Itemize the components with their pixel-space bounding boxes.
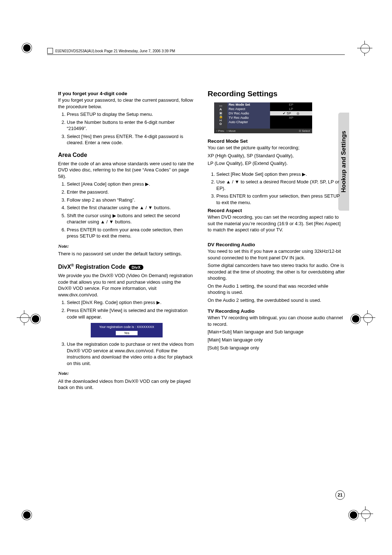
menu-item-label: Rec Mode Set <box>227 102 270 107</box>
recording-settings-title: Recording Settings <box>208 89 345 98</box>
rms-line: LP (Low Quality), EP (Extend Quality). <box>208 160 345 167</box>
list-item: Use the registration code to purchase or… <box>67 341 195 366</box>
tv-rec-audio-p: [Sub] Sub language only <box>208 345 345 351</box>
crop-mark <box>362 312 373 323</box>
tv-rec-audio-p: [Main+Sub] Main language and Sub languag… <box>208 329 345 335</box>
menu-icon: ✿ <box>216 122 226 126</box>
crop-mark <box>22 43 32 53</box>
menu-value: LP <box>270 107 312 111</box>
divx-steps-cont: Use the registration code to purchase or… <box>58 341 195 366</box>
divx-steps: Select [DivX Reg. Code] option then pres… <box>58 299 195 320</box>
list-item: Use ▲ / ▼ to select a desired Record Mod… <box>216 179 345 191</box>
list-item: Shift the cursor using ▶ buttons and sel… <box>67 212 195 225</box>
dv-rec-audio-p: On the Audio 2 setting, the overdubbed s… <box>208 297 345 304</box>
list-item: Select the first character using the ▲ /… <box>67 204 195 211</box>
crop-mark <box>360 509 371 519</box>
crop-mark <box>22 510 32 520</box>
note-heading: Note: <box>58 370 195 377</box>
rms-line: XP (High Quality), SP (Standard Quality)… <box>208 153 345 159</box>
page-number: 21 <box>335 490 345 500</box>
list-item: Press ENTER to confirm your area code se… <box>67 227 195 239</box>
menu-value: XP <box>270 116 312 120</box>
registration-code-dialog: Your registration code is : XXXXXXXX Yes <box>91 323 163 337</box>
menu-icon: ⏯ <box>216 118 226 122</box>
left-column: If you forget your 4-digit code If you f… <box>58 89 195 392</box>
list-item: Press ENTER while [View] is selected and… <box>67 307 195 320</box>
tv-rec-audio-heading: TV Recording Audio <box>208 308 345 314</box>
list-item: Select [DivX Reg. Code] option then pres… <box>67 299 195 306</box>
note-body: All the downloaded videos from DivX® VOD… <box>58 378 195 391</box>
area-code-heading: Area Code <box>58 152 195 158</box>
record-mode-set-heading: Record Mode Set <box>208 138 345 144</box>
list-item: Select [Area Code] option then press ▶. <box>67 181 195 187</box>
menu-foot-move: ↕ Move <box>226 129 236 133</box>
menu-icon: 🔒 <box>216 115 226 118</box>
forgot-code-heading: If you forget your 4-digit code <box>58 91 195 96</box>
crop-mark <box>351 314 361 324</box>
page-number-text: 21 <box>338 493 342 498</box>
menu-value-selected: ✔ SP ◎ <box>270 111 312 116</box>
forgot-code-intro: If you forget your password, to clear th… <box>58 97 195 110</box>
divx-intro: We provide you the DivX® VOD (Video On D… <box>58 272 195 298</box>
divx-badge: DivX <box>129 265 143 270</box>
list-item: Use the Number buttons to enter the 6-di… <box>67 119 195 132</box>
menu-foot-select: ⊙ Select <box>299 129 310 133</box>
divx-heading: DivX® Registration Code DivX <box>58 263 195 270</box>
dv-rec-audio-heading: DV Recording Audio <box>208 242 345 247</box>
crop-mark <box>348 510 359 520</box>
osd-menu-screenshot: ▭ A ▣ 🔒 ⏯ ✿ Rec Mode Set EP Rec Aspect L… <box>214 102 312 133</box>
right-column: Recording Settings ▭ A ▣ 🔒 ⏯ ✿ Rec Mode … <box>208 89 345 392</box>
list-item: Press ENTER to confirm your selection, t… <box>216 193 345 206</box>
menu-item-label: Auto Chapter <box>227 120 270 124</box>
list-item: Enter the password. <box>67 189 195 195</box>
note-body: There is no password set under the defau… <box>58 251 195 257</box>
area-code-intro: Enter the code of an area whose standard… <box>58 161 195 180</box>
tv-rec-audio-p: [Main] Main language only <box>208 337 345 343</box>
divx-heading-post: Registration Code <box>74 264 126 270</box>
area-code-steps: Select [Area Code] option then press ▶. … <box>58 181 195 239</box>
dv-rec-audio-p: Some digital camcorders have two stereo … <box>208 262 345 281</box>
registration-yes-button[interactable]: Yes <box>116 331 138 335</box>
tv-rec-audio-p: When TV recording with bilingual, you ca… <box>208 315 345 327</box>
dv-rec-audio-p: You need to set this if you have a camco… <box>208 248 345 261</box>
menu-item-label: TV Rec Audio <box>227 116 270 120</box>
menu-item-label: Rec Aspect <box>227 107 270 111</box>
book-icon <box>47 48 53 54</box>
rms-steps: Select [Rec Mode Set] option then press … <box>208 171 345 206</box>
menu-value: EP <box>270 102 312 107</box>
menu-icon: A <box>216 108 226 111</box>
record-aspect-body: When DVD recording, you can set the reco… <box>208 214 345 233</box>
record-aspect-heading: Record Aspect <box>208 208 345 213</box>
forgot-code-steps: Press SETUP to display the Setup menu. U… <box>58 111 195 146</box>
crop-mark <box>19 312 30 323</box>
menu-icon: ▣ <box>216 111 226 115</box>
header-text: 01EN01DVDS253A(AU).book Page 21 Wednesda… <box>55 49 175 53</box>
note-heading: Note: <box>58 243 195 250</box>
divx-heading-pre: DivX <box>58 264 71 270</box>
menu-foot-prev: ‹ Prev. <box>216 129 225 133</box>
crop-mark <box>30 314 41 324</box>
crop-mark <box>359 43 370 54</box>
menu-item-label: DV Rec Audio <box>227 111 270 116</box>
list-item: Select [Rec Mode Set] option then press … <box>216 171 345 178</box>
page-header: 01EN01DVDS253A(AU).book Page 21 Wednesda… <box>47 47 345 55</box>
list-item: Press SETUP to display the Setup menu. <box>67 111 195 118</box>
list-item: Follow step 2 as shown “Rating”. <box>67 197 195 203</box>
registration-code-text: Your registration code is : XXXXXXXX <box>92 325 161 329</box>
menu-value: SP <box>287 112 291 115</box>
dv-rec-audio-p: On the Audio 1 setting, the sound that w… <box>208 283 345 296</box>
list-item: Select [Yes] then press ENTER. The 4-dig… <box>67 133 195 146</box>
menu-icon: ▭ <box>216 104 226 108</box>
rms-line: You can set the picture quality for reco… <box>208 145 345 151</box>
